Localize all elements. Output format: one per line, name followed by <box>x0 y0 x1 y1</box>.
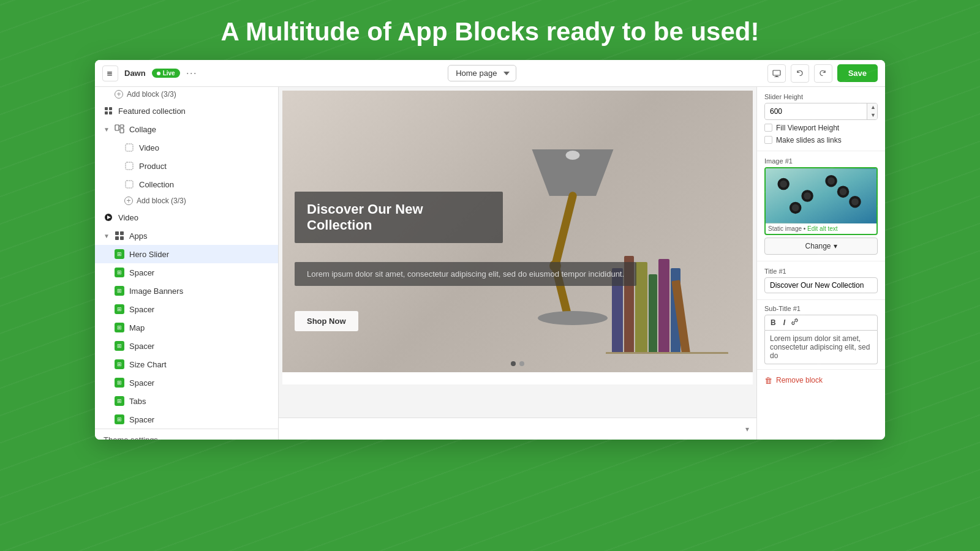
image-label: Image #1 <box>764 157 878 165</box>
sidebar-item-product[interactable]: Product <box>95 157 278 175</box>
spacer-2-label: Spacer <box>129 305 270 314</box>
sidebar-item-video-sub[interactable]: Video <box>95 138 278 157</box>
change-button[interactable]: Change ▾ <box>764 238 878 255</box>
sidebar-item-spacer-2[interactable]: ⊞ Spacer <box>95 300 278 318</box>
redo-button[interactable] <box>814 64 832 83</box>
add-block-2[interactable]: + Add block (3/3) <box>95 193 278 208</box>
hero-subtitle-box: Lorem ipsum dolor sit amet, consectetur … <box>295 262 636 286</box>
collapse-icon: ▼ <box>104 126 110 133</box>
add-block-top[interactable]: + Add block (3/3) <box>95 87 278 102</box>
sidebar-item-size-chart[interactable]: ⊞ Size Chart <box>95 355 278 373</box>
bold-button[interactable]: B <box>769 318 778 328</box>
link-button[interactable] <box>791 318 799 328</box>
make-slides-checkbox[interactable] <box>764 136 772 144</box>
live-badge: Live <box>152 69 180 78</box>
sidebar: + Add block (3/3) Featured collection ▼ <box>95 87 279 440</box>
back-button[interactable] <box>102 66 118 81</box>
canvas-chevron[interactable]: ▾ <box>745 425 749 433</box>
collection-label: Collection <box>139 180 270 189</box>
sidebar-item-apps[interactable]: ▼ Apps <box>95 227 278 245</box>
featured-collection-label: Featured collection <box>118 107 270 116</box>
remove-block[interactable]: 🗑 Remove block <box>757 370 885 391</box>
desktop-view-icon[interactable] <box>767 64 786 83</box>
dot-2[interactable] <box>519 361 524 366</box>
svg-rect-30 <box>635 262 647 354</box>
spacer-1-label: Spacer <box>129 268 270 277</box>
slider-height-down[interactable]: ▼ <box>867 111 878 119</box>
title-input[interactable] <box>764 277 878 293</box>
sidebar-item-featured-collection[interactable]: Featured collection <box>95 102 278 120</box>
title-section: Title #1 <box>757 261 885 300</box>
sidebar-item-spacer-1[interactable]: ⊞ Spacer <box>95 263 278 282</box>
svg-rect-32 <box>658 259 669 354</box>
svg-rect-1 <box>107 73 112 74</box>
collection-icon <box>124 179 134 189</box>
svg-rect-14 <box>126 162 133 170</box>
slider-height-section: Slider Height ▲ ▼ Fill Viewport Height M… <box>757 87 885 151</box>
size-chart-icon: ⊞ <box>115 359 124 369</box>
edit-alt-text-link[interactable]: Edit alt text <box>807 225 837 232</box>
fill-viewport-row: Fill Viewport Height <box>764 124 878 132</box>
sidebar-item-collage[interactable]: ▼ Collage <box>95 120 278 138</box>
remove-block-label: Remove block <box>776 376 823 384</box>
hero-slider-label: Hero Slider <box>129 250 270 259</box>
video-sub-icon <box>124 143 134 152</box>
sidebar-item-video[interactable]: Video <box>95 208 278 227</box>
add-icon-2: + <box>124 197 133 205</box>
undo-button[interactable] <box>791 64 809 83</box>
svg-rect-7 <box>109 107 112 110</box>
change-chevron: ▾ <box>834 242 837 250</box>
spacer-4-label: Spacer <box>129 378 270 388</box>
page-headline: A Multitude of App Blocks ready to be us… <box>0 0 980 60</box>
image-banners-label: Image Banners <box>129 287 270 296</box>
title-label: Title #1 <box>764 268 878 275</box>
theme-settings[interactable]: Theme settings <box>95 429 278 440</box>
spacer-5-label: Spacer <box>129 415 270 424</box>
svg-rect-15 <box>126 181 133 188</box>
svg-point-44 <box>851 198 859 205</box>
dot-1[interactable] <box>511 361 516 366</box>
books-illustration <box>606 231 728 354</box>
page-selector[interactable]: Home page <box>448 65 516 81</box>
hero-shop-now-button[interactable]: Shop Now <box>295 311 358 331</box>
subtitle-content[interactable]: Lorem ipsum dolor sit amet, consectetur … <box>764 331 878 364</box>
collage-icon <box>115 124 124 134</box>
theme-name: Dawn <box>124 69 146 78</box>
more-options-dots[interactable]: ··· <box>186 67 197 80</box>
sidebar-item-spacer-5[interactable]: ⊞ Spacer <box>95 410 278 429</box>
save-button[interactable]: Save <box>837 64 878 82</box>
sidebar-item-image-banners[interactable]: ⊞ Image Banners <box>95 282 278 300</box>
hero-image-container: Discover Our New Collection Lorem ipsum … <box>282 91 753 372</box>
image-preview-container[interactable]: Static image • Edit alt text <box>764 167 878 235</box>
svg-point-38 <box>780 180 787 187</box>
image-preview-svg <box>766 168 876 223</box>
product-icon <box>124 161 134 171</box>
apps-collapse-icon: ▼ <box>104 233 110 239</box>
app-window: Dawn Live ··· Home page <box>95 60 885 440</box>
svg-rect-12 <box>120 129 124 133</box>
svg-rect-10 <box>115 125 119 130</box>
canvas-frame: Discover Our New Collection Lorem ipsum … <box>282 91 753 384</box>
collage-label: Collage <box>129 125 270 134</box>
slider-height-input[interactable] <box>765 104 867 119</box>
apps-icon <box>115 231 124 241</box>
sidebar-item-spacer-4[interactable]: ⊞ Spacer <box>95 373 278 392</box>
video-sub-label: Video <box>139 143 270 152</box>
sidebar-item-collection[interactable]: Collection <box>95 175 278 193</box>
sidebar-item-spacer-3[interactable]: ⊞ Spacer <box>95 337 278 355</box>
fill-viewport-checkbox[interactable] <box>764 124 772 132</box>
svg-point-27 <box>566 151 580 160</box>
svg-rect-36 <box>766 169 876 223</box>
size-chart-label: Size Chart <box>129 360 270 369</box>
map-label: Map <box>129 323 270 332</box>
make-slides-label: Make slides as links <box>776 136 842 144</box>
right-panel: Slider Height ▲ ▼ Fill Viewport Height M… <box>756 87 885 440</box>
svg-rect-2 <box>107 75 112 76</box>
italic-button[interactable]: I <box>782 318 787 328</box>
sidebar-item-tabs[interactable]: ⊞ Tabs <box>95 392 278 410</box>
sidebar-item-hero-slider[interactable]: ⊞ Hero Slider <box>95 245 278 263</box>
slider-height-spinner: ▲ ▼ <box>867 103 878 119</box>
sidebar-item-map[interactable]: ⊞ Map <box>95 318 278 337</box>
slider-height-up[interactable]: ▲ <box>867 103 878 111</box>
svg-point-42 <box>827 177 835 184</box>
